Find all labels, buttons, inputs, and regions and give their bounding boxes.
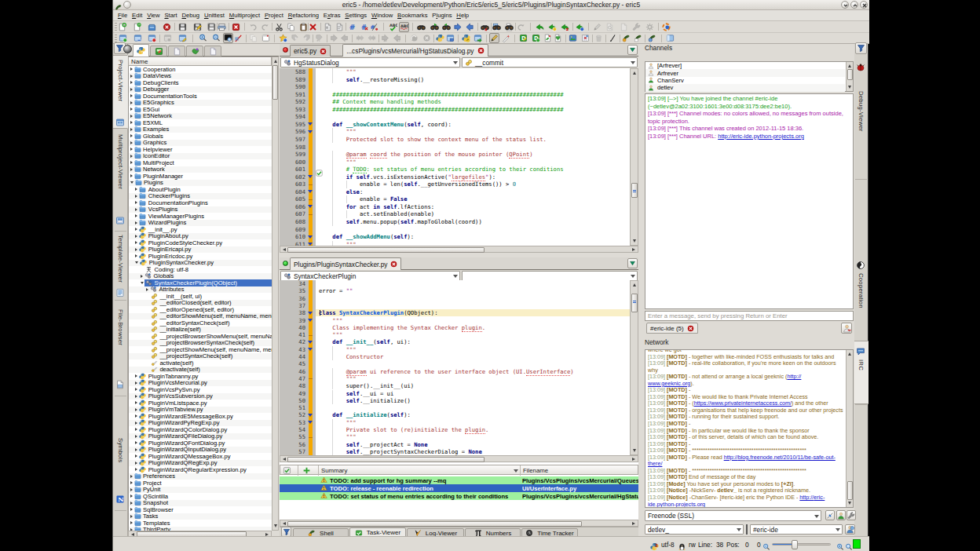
editor-bottom-vscroll-thumb[interactable] (631, 294, 638, 312)
toolbar-save-as-button[interactable] (192, 22, 203, 32)
task-row[interactable]: TODO: add support for hg summary --mqPlu… (280, 476, 638, 484)
tree-item[interactable]: PluginWizardQFontDialog.py (129, 440, 272, 447)
tree-item[interactable]: __projectBrowserSyntaxCheck(self) (129, 340, 272, 347)
expand-arrow[interactable] (135, 408, 137, 411)
toolbar-goto-change-prev-button[interactable]: 12 (392, 33, 402, 43)
toolbar-delete-red-button[interactable] (308, 22, 318, 32)
expand-arrow[interactable] (130, 88, 133, 91)
editor-top-member-combo[interactable]: __commit (462, 57, 638, 68)
irc-away-button[interactable] (836, 510, 846, 520)
toolbar-heart-doc-button[interactable] (553, 33, 563, 43)
collapse-arrow[interactable] (141, 282, 144, 284)
sidebar-tab-debug-viewer[interactable]: Debug-Viewer (854, 91, 868, 162)
tree-header[interactable]: Name (128, 57, 272, 66)
expand-arrow[interactable] (135, 421, 137, 425)
menu-edit[interactable]: Edit (130, 11, 144, 20)
task-hscrollbar[interactable] (280, 520, 638, 527)
task-check-icon[interactable] (283, 466, 291, 475)
expand-arrow[interactable] (130, 128, 133, 131)
tree-item[interactable]: Attributes (129, 286, 272, 294)
tree-item[interactable]: E5Network (129, 113, 272, 120)
irc-settings-button[interactable] (847, 510, 856, 520)
fold-collapse-arrow[interactable] (308, 205, 313, 208)
project-others-tab[interactable] (204, 46, 221, 57)
irc-leave-button[interactable] (841, 323, 852, 334)
toolbar-zoom-out-button[interactable] (211, 33, 221, 43)
expand-arrow[interactable] (135, 395, 137, 398)
right-sidebar-autohide-button[interactable] (855, 42, 867, 54)
toolbar-restart-button[interactable] (516, 22, 526, 32)
toolbar-docs-white-button[interactable] (248, 33, 258, 43)
toolbar-bookmark-add-button[interactable] (278, 33, 288, 43)
project-sources-tab[interactable] (133, 44, 149, 57)
editor-bottom-hscroll-thumb[interactable] (287, 457, 485, 462)
task-row[interactable]: TODO: release - reenable redirectionUi/U… (280, 484, 638, 492)
editor-top-code[interactable]: 588 """589 self.__restoreMissing()590591… (280, 68, 630, 246)
editor-tab[interactable]: ...csPlugins/vcsMercurial/HgStatusDialog… (342, 44, 488, 57)
toolbar-win-minus-button[interactable] (133, 33, 143, 43)
tree-item[interactable]: PluginWizardE5MessageBox.py (129, 413, 272, 420)
expand-arrow[interactable] (135, 381, 137, 385)
tree-item[interactable]: PluginAbout.py (129, 233, 272, 240)
toolbar-win-red-dot-button[interactable] (261, 33, 271, 43)
menu-refactoring[interactable]: Refactoring (286, 11, 321, 20)
zoom-reset-icon[interactable] (845, 540, 853, 548)
zoom-slider[interactable] (772, 543, 831, 546)
editor-bottom-vscrollbar[interactable] (630, 280, 638, 455)
expand-arrow[interactable] (130, 174, 133, 177)
tree-item[interactable]: E5XML (129, 119, 272, 126)
toolbar-win-last-button[interactable] (665, 33, 675, 43)
tree-item[interactable]: WizardPlugins (129, 220, 272, 227)
expand-arrow[interactable] (130, 168, 133, 171)
expand-arrow[interactable] (135, 388, 137, 391)
toolbar-project-add-button[interactable]: D (531, 33, 541, 43)
tree-item[interactable]: Globals (129, 273, 272, 280)
expand-arrow[interactable] (135, 414, 137, 418)
expand-arrow[interactable] (135, 195, 137, 198)
toolbar-jump-globe-button[interactable] (575, 22, 585, 32)
irc-user-list[interactable]: [Arfrever]ArfreverChanServdetlev (645, 61, 854, 92)
expand-arrow[interactable] (130, 161, 133, 164)
toolbar-goto-error-prev-button[interactable] (339, 33, 349, 43)
editor-top-vscroll-thumb[interactable] (631, 183, 638, 198)
menu-multiproject[interactable]: Multiproject (227, 11, 262, 20)
tree-item[interactable]: __projectSyntaxCheck(self) (129, 353, 272, 360)
task-add-icon[interactable] (302, 466, 311, 475)
sidebar-tab-symbols[interactable]: Symbols (113, 438, 127, 480)
toolbar-close-red-button[interactable] (162, 22, 172, 32)
expand-arrow[interactable] (130, 115, 133, 118)
irc-user-row[interactable]: ChanServ (645, 77, 845, 84)
fold-collapse-arrow[interactable] (308, 190, 313, 193)
chat-link[interactable]: http://eric-ide.python-projects.org (718, 133, 804, 140)
toolbar-goto-doc-button[interactable] (323, 22, 333, 32)
toolbar-print-button[interactable] (217, 22, 227, 32)
expand-arrow[interactable] (135, 241, 137, 244)
expand-arrow[interactable] (146, 288, 148, 291)
toolbar-redo-button[interactable] (260, 22, 270, 32)
expand-arrow[interactable] (135, 208, 137, 211)
toolbar-goto-warn-prev-button[interactable] (367, 33, 377, 43)
tree-item[interactable]: PluginWizardQRegularExpression.py (129, 466, 272, 473)
tree-item[interactable]: SyntaxCheckerPlugin(QObject) (129, 279, 272, 286)
toolbar-open-bookmarked-button[interactable] (147, 22, 157, 32)
fold-collapse-arrow[interactable] (308, 319, 313, 322)
toolbar-win-arrow-button[interactable] (473, 33, 483, 43)
tree-item[interactable]: PluginEricdoc.py (129, 253, 272, 260)
menu-plugins[interactable]: Plugins (430, 11, 454, 20)
toolbar-goto-warn-next-button[interactable] (355, 33, 365, 43)
editor-top-hscrollbar[interactable] (280, 246, 638, 253)
toolbar-goto-prev-button[interactable] (465, 22, 475, 32)
user-scroll-thumb[interactable] (847, 69, 853, 80)
expand-arrow[interactable] (130, 81, 133, 84)
toolbar-search-next-button[interactable] (430, 22, 440, 32)
toolbar-wand-button[interactable] (501, 33, 511, 43)
tree-item[interactable]: __projectBrowserShowMenu(self, menuName,… (129, 333, 272, 340)
expand-arrow[interactable] (135, 441, 137, 444)
tree-item[interactable]: PluginWizardQMessageBox.py (129, 453, 272, 460)
expand-arrow[interactable] (135, 374, 137, 378)
tree-item[interactable]: PluginVcsMercurial.py (129, 380, 272, 387)
tree-item[interactable]: Project (129, 480, 272, 487)
fold-collapse-arrow[interactable] (308, 122, 313, 126)
tree-item[interactable]: Templates (129, 520, 272, 527)
tree-item[interactable]: Tasks (129, 513, 272, 520)
